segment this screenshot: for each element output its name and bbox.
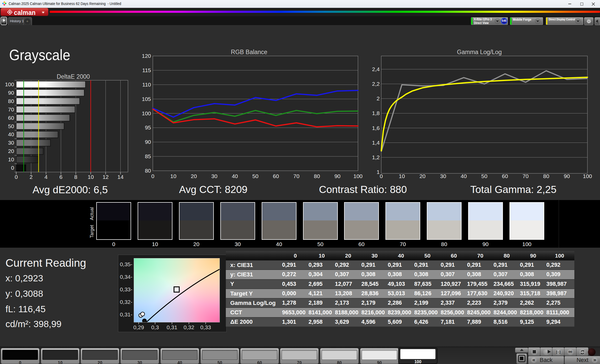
svg-text:115: 115	[142, 67, 151, 73]
svg-text:10: 10	[88, 174, 94, 180]
svg-text:0: 0	[380, 173, 383, 179]
svg-text:0,35-: 0,35-	[120, 261, 132, 267]
svg-text:DeltaE 2000: DeltaE 2000	[57, 73, 90, 80]
svg-text:70: 70	[8, 106, 14, 112]
svg-text:0,29: 0,29	[133, 324, 144, 330]
svg-text:60: 60	[8, 115, 14, 121]
svg-text:1,8: 1,8	[372, 110, 380, 116]
svg-text:0,3: 0,3	[151, 324, 159, 330]
svg-text:60: 60	[273, 173, 279, 179]
svg-text:2: 2	[30, 174, 33, 180]
svg-text:1: 1	[377, 169, 380, 175]
svg-text:0,33-: 0,33-	[120, 286, 132, 292]
svg-text:10: 10	[170, 173, 176, 179]
svg-text:0: 0	[151, 173, 154, 179]
svg-text:40: 40	[8, 131, 14, 137]
svg-text:80: 80	[543, 173, 549, 179]
svg-text:0,31: 0,31	[167, 324, 177, 330]
svg-text:80: 80	[145, 168, 151, 174]
svg-text:0,32-: 0,32-	[120, 299, 132, 305]
svg-text:105: 105	[142, 96, 151, 102]
svg-text:RGB Balance: RGB Balance	[231, 49, 267, 55]
svg-text:8: 8	[74, 174, 77, 180]
svg-text:20: 20	[419, 173, 425, 179]
svg-text:90: 90	[334, 173, 340, 179]
svg-text:14: 14	[117, 174, 124, 180]
svg-text:30: 30	[8, 140, 14, 146]
svg-text:100: 100	[353, 173, 362, 179]
svg-text:30: 30	[211, 173, 217, 179]
svg-text:95: 95	[145, 124, 151, 130]
svg-text:60: 60	[502, 173, 508, 179]
svg-text:80: 80	[314, 173, 320, 179]
svg-text:90: 90	[564, 173, 570, 179]
svg-text:50: 50	[8, 123, 14, 129]
svg-text:0,32: 0,32	[183, 324, 194, 330]
svg-text:10: 10	[399, 173, 405, 179]
svg-text:Avg CCT: 8209: Avg CCT: 8209	[179, 184, 248, 195]
svg-text:12: 12	[103, 174, 109, 180]
svg-text:40: 40	[232, 173, 238, 179]
svg-text:0: 0	[15, 174, 18, 180]
svg-text:4: 4	[44, 174, 48, 180]
svg-text:100: 100	[5, 81, 14, 87]
svg-text:Total Gamma: 2,25: Total Gamma: 2,25	[470, 184, 556, 195]
svg-text:100: 100	[583, 173, 592, 179]
svg-text:120: 120	[142, 53, 151, 59]
svg-text:2: 2	[377, 95, 380, 101]
svg-text:90: 90	[8, 90, 14, 96]
svg-text:40: 40	[461, 173, 467, 179]
svg-text:50: 50	[252, 173, 258, 179]
svg-text:85: 85	[145, 153, 151, 159]
svg-text:2,4: 2,4	[372, 66, 380, 72]
svg-text:1,6: 1,6	[372, 125, 380, 131]
svg-text:70: 70	[293, 173, 299, 179]
svg-text:90: 90	[145, 139, 151, 145]
svg-text:100: 100	[142, 110, 151, 116]
svg-text:10: 10	[8, 156, 14, 162]
svg-text:Avg dE2000: 6,5: Avg dE2000: 6,5	[32, 184, 108, 195]
svg-text:0,33: 0,33	[200, 324, 211, 330]
svg-text:80: 80	[8, 98, 14, 104]
svg-text:110: 110	[142, 82, 151, 88]
svg-text:2,2: 2,2	[372, 81, 380, 87]
svg-text:0: 0	[11, 165, 14, 171]
svg-text:30: 30	[440, 173, 446, 179]
svg-text:0,34-: 0,34-	[120, 274, 132, 280]
svg-text:Gamma Log/Log: Gamma Log/Log	[457, 49, 502, 55]
svg-text:50: 50	[481, 173, 487, 179]
svg-text:20: 20	[8, 148, 14, 154]
svg-text:0,31-: 0,31-	[120, 311, 132, 317]
svg-text:1,4: 1,4	[372, 140, 380, 146]
svg-text:20: 20	[191, 173, 197, 179]
svg-text:6: 6	[59, 174, 63, 180]
svg-text:70: 70	[523, 173, 529, 179]
svg-text:1,2: 1,2	[372, 154, 380, 160]
